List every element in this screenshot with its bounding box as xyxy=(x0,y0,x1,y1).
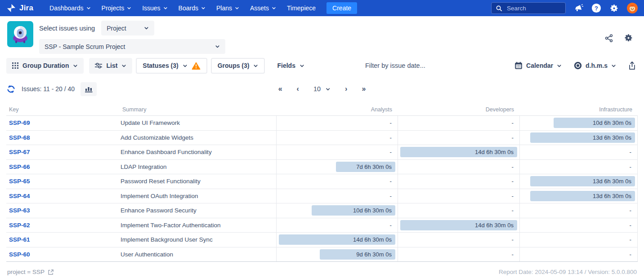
calendar-label: Calendar xyxy=(526,62,553,69)
fields-button[interactable]: Fields xyxy=(271,58,310,74)
duration-cell-infrastructure: - xyxy=(519,218,638,233)
issue-key-cell: SSP-62 xyxy=(6,218,120,233)
chart-view-button[interactable] xyxy=(80,82,97,96)
duration-cell-analysts: - xyxy=(276,116,398,130)
nav-item-label: Assets xyxy=(250,4,269,12)
nav-item-dashboards[interactable]: Dashboards xyxy=(49,4,91,12)
next-page-button[interactable]: › xyxy=(345,85,347,93)
column-header-analysts: Analysts xyxy=(276,106,398,113)
chevron-down-icon xyxy=(215,44,220,49)
groups-filter-button[interactable]: Groups (3) xyxy=(211,58,265,74)
nav-item-label: Plans xyxy=(216,4,232,12)
duration-bar-analysts: 7d 6h 30m 0s xyxy=(336,162,395,172)
issue-key-link[interactable]: SSP-68 xyxy=(9,134,30,141)
report-toolbar: Group Duration List Statuses (3) Groups … xyxy=(0,57,644,75)
share-icon[interactable] xyxy=(604,34,613,43)
first-page-button[interactable]: « xyxy=(278,85,282,93)
duration-format-label: d.h.m.s xyxy=(586,62,608,69)
help-icon[interactable]: ? xyxy=(591,3,601,13)
statuses-filter-button[interactable]: Statuses (3) xyxy=(136,58,207,74)
settings-icon[interactable] xyxy=(609,4,619,13)
duration-cell-analysts: 14d 6h 30m 0s xyxy=(276,233,398,247)
issue-key-link[interactable]: SSP-66 xyxy=(9,163,30,170)
empty-duration: - xyxy=(512,207,518,214)
nav-item-plans[interactable]: Plans xyxy=(216,4,239,12)
view-mode-label: List xyxy=(106,62,117,69)
table-header-row: Key Summary Analysts Developers Infrastr… xyxy=(6,103,638,116)
pagination: « ‹ 10 › » xyxy=(278,85,366,93)
create-button[interactable]: Create xyxy=(326,2,357,14)
duration-cell-developers: - xyxy=(398,116,519,130)
duration-format-button[interactable]: d.h.m.s xyxy=(574,62,616,70)
issue-summary: Implement OAuth Integration xyxy=(120,189,276,203)
issue-key-cell: SSP-69 xyxy=(6,116,120,130)
chevron-down-icon xyxy=(326,87,331,92)
groups-filter-label: Groups (3) xyxy=(218,62,250,69)
column-header-summary: Summary xyxy=(120,106,276,113)
export-icon[interactable] xyxy=(628,61,636,70)
issue-key-link[interactable]: SSP-62 xyxy=(9,222,30,229)
issue-key-link[interactable]: SSP-61 xyxy=(9,236,30,243)
duration-cell-infrastructure: - xyxy=(519,233,638,247)
duration-cell-analysts: - xyxy=(276,189,398,203)
duration-cell-infrastructure: 13d 6h 30m 0s xyxy=(519,189,638,203)
jql-filter-link[interactable]: project = SSP xyxy=(7,269,54,275)
issue-key-link[interactable]: SSP-60 xyxy=(9,251,30,258)
issue-key-link[interactable]: SSP-64 xyxy=(9,193,30,199)
issue-key-cell: SSP-66 xyxy=(6,160,120,174)
announcements-icon[interactable] xyxy=(574,4,583,13)
empty-duration: - xyxy=(630,251,635,258)
issue-key-cell: SSP-67 xyxy=(6,145,120,159)
jira-logo[interactable]: Jira xyxy=(6,3,33,13)
nav-item-label: Timepiece xyxy=(287,4,316,12)
duration-cell-developers: - xyxy=(398,131,519,145)
duration-cell-infrastructure: 13d 6h 30m 0s xyxy=(519,174,638,189)
issue-key-link[interactable]: SSP-67 xyxy=(9,149,30,155)
chevron-down-icon xyxy=(183,63,188,68)
issue-summary: Enhance Dashboard Functionality xyxy=(120,145,276,159)
nav-item-projects[interactable]: Projects xyxy=(102,4,132,12)
svg-text:?: ? xyxy=(595,5,598,12)
chevron-down-icon xyxy=(121,63,126,68)
calendar-button[interactable]: Calendar xyxy=(514,62,562,70)
bar-chart-icon xyxy=(85,86,93,93)
issue-date-filter[interactable]: Filter by issue date... xyxy=(365,62,425,69)
table-row: SSP-69Update UI Framework - - 10d 6h 30m… xyxy=(6,116,638,131)
issue-key-link[interactable]: SSP-65 xyxy=(9,178,30,185)
refresh-icon[interactable] xyxy=(6,84,16,94)
page-size-select[interactable]: 10 xyxy=(313,85,331,93)
chevron-down-icon xyxy=(272,6,276,10)
nav-item-issues[interactable]: Issues xyxy=(142,4,167,12)
last-page-button[interactable]: » xyxy=(362,85,366,93)
user-avatar[interactable] xyxy=(627,3,638,13)
duration-cell-infrastructure: 13d 6h 30m 0s xyxy=(519,131,638,145)
prev-page-button[interactable]: ‹ xyxy=(297,85,299,93)
issue-key-link[interactable]: SSP-63 xyxy=(9,207,30,214)
search-box[interactable] xyxy=(491,2,566,14)
issue-source-mode-select[interactable]: Project xyxy=(101,21,154,35)
external-link-icon xyxy=(48,269,54,275)
project-select[interactable]: SSP - Sample Scrum Project xyxy=(39,39,225,54)
issue-summary: Implement Two-Factor Authentication xyxy=(120,218,276,233)
nav-right-cluster: ? xyxy=(491,2,638,14)
duration-cell-analysts: 7d 6h 30m 0s xyxy=(276,160,398,174)
duration-cell-analysts: - xyxy=(276,218,398,233)
empty-duration: - xyxy=(512,163,518,170)
duration-bar-infrastructure: 13d 6h 30m 0s xyxy=(530,132,635,143)
search-input[interactable] xyxy=(506,4,561,12)
issue-key-link[interactable]: SSP-69 xyxy=(9,119,30,126)
report-settings-icon[interactable] xyxy=(624,33,633,43)
empty-duration: - xyxy=(630,222,635,229)
nav-item-label: Boards xyxy=(179,4,198,12)
issue-key-cell: SSP-63 xyxy=(6,203,120,218)
empty-duration: - xyxy=(512,134,518,141)
group-duration-button[interactable]: Group Duration xyxy=(6,58,84,74)
table-row: SSP-62Implement Two-Factor Authenticatio… xyxy=(6,218,638,233)
nav-item-assets[interactable]: Assets xyxy=(250,4,276,12)
brand-name: Jira xyxy=(19,4,33,13)
nav-item-timepiece[interactable]: Timepiece xyxy=(287,4,316,12)
duration-cell-analysts: - xyxy=(276,174,398,189)
nav-item-boards[interactable]: Boards xyxy=(179,4,206,12)
view-mode-button[interactable]: List xyxy=(89,58,132,74)
nav-item-label: Dashboards xyxy=(49,4,84,12)
